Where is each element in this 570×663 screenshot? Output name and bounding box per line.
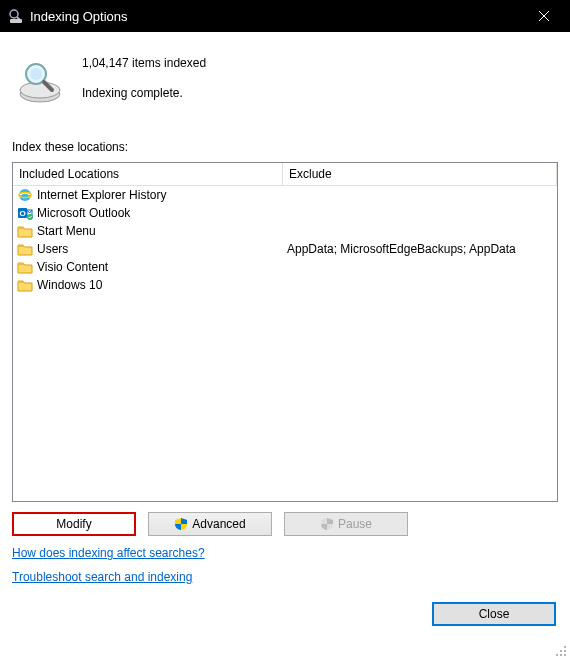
svg-point-16 xyxy=(564,646,566,648)
folder-icon xyxy=(17,259,33,275)
cell-exclude: AppData; MicrosoftEdgeBackups; AppData xyxy=(283,242,557,256)
column-header-included[interactable]: Included Locations xyxy=(13,163,283,185)
row-label: Start Menu xyxy=(37,224,96,238)
index-status-icon xyxy=(16,56,64,104)
svg-point-19 xyxy=(556,654,558,656)
shield-icon xyxy=(320,517,334,531)
help-link-troubleshoot[interactable]: Troubleshoot search and indexing xyxy=(12,570,192,584)
folder-icon xyxy=(17,277,33,293)
advanced-label: Advanced xyxy=(192,517,245,531)
close-icon xyxy=(538,10,550,22)
svg-point-8 xyxy=(30,68,42,80)
indexing-state: Indexing complete. xyxy=(82,86,206,100)
cell-included: Windows 10 xyxy=(13,277,283,293)
svg-point-20 xyxy=(560,654,562,656)
row-label: Windows 10 xyxy=(37,278,102,292)
locations-label: Index these locations: xyxy=(12,140,558,154)
table-row[interactable]: OMicrosoft Outlook xyxy=(13,204,557,222)
items-indexed-count: 1,04,147 items indexed xyxy=(82,56,206,70)
close-button[interactable]: Close xyxy=(432,602,556,626)
status-text: 1,04,147 items indexed Indexing complete… xyxy=(82,52,206,116)
cell-included: OMicrosoft Outlook xyxy=(13,205,283,221)
row-label: Internet Explorer History xyxy=(37,188,166,202)
cell-included: Users xyxy=(13,241,283,257)
outlook-icon: O xyxy=(17,205,33,221)
bottom-button-row: Close xyxy=(12,602,558,626)
button-row: Modify Advanced Pause xyxy=(12,512,558,536)
shield-icon xyxy=(174,517,188,531)
resize-grip[interactable] xyxy=(553,643,567,660)
titlebar: Indexing Options xyxy=(0,0,570,32)
window-close-button[interactable] xyxy=(521,0,566,32)
cell-included: Start Menu xyxy=(13,223,283,239)
svg-text:O: O xyxy=(19,209,25,218)
pause-label: Pause xyxy=(338,517,372,531)
modify-button[interactable]: Modify xyxy=(12,512,136,536)
row-label: Microsoft Outlook xyxy=(37,206,130,220)
svg-point-21 xyxy=(564,654,566,656)
locations-table: Included Locations Exclude Internet Expl… xyxy=(12,162,558,502)
pause-button: Pause xyxy=(284,512,408,536)
table-body: Internet Explorer HistoryOMicrosoft Outl… xyxy=(13,186,557,294)
window-title: Indexing Options xyxy=(30,9,521,24)
svg-rect-2 xyxy=(10,19,22,23)
table-row[interactable]: Internet Explorer History xyxy=(13,186,557,204)
table-header: Included Locations Exclude xyxy=(13,163,557,186)
folder-icon xyxy=(17,241,33,257)
content-area: 1,04,147 items indexed Indexing complete… xyxy=(0,32,570,626)
row-label: Users xyxy=(37,242,68,256)
table-row[interactable]: UsersAppData; MicrosoftEdgeBackups; AppD… xyxy=(13,240,557,258)
row-label: Visio Content xyxy=(37,260,108,274)
table-row[interactable]: Windows 10 xyxy=(13,276,557,294)
cell-included: Visio Content xyxy=(13,259,283,275)
status-section: 1,04,147 items indexed Indexing complete… xyxy=(12,44,558,140)
svg-point-18 xyxy=(564,650,566,652)
ie-icon xyxy=(17,187,33,203)
svg-point-0 xyxy=(10,10,18,18)
folder-icon xyxy=(17,223,33,239)
table-row[interactable]: Start Menu xyxy=(13,222,557,240)
indexing-options-icon xyxy=(8,8,24,24)
column-header-exclude[interactable]: Exclude xyxy=(283,163,557,185)
help-link-how[interactable]: How does indexing affect searches? xyxy=(12,546,205,560)
table-row[interactable]: Visio Content xyxy=(13,258,557,276)
svg-point-17 xyxy=(560,650,562,652)
cell-included: Internet Explorer History xyxy=(13,187,283,203)
advanced-button[interactable]: Advanced xyxy=(148,512,272,536)
